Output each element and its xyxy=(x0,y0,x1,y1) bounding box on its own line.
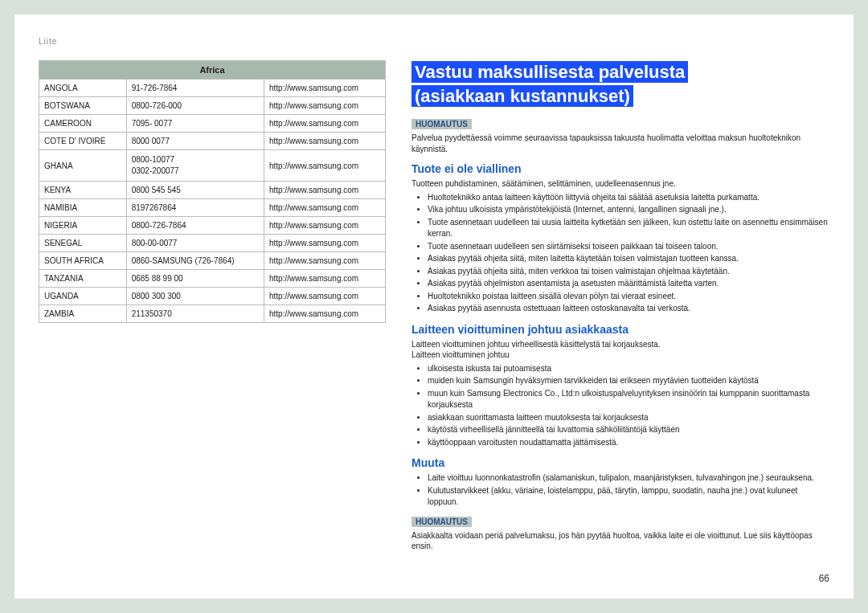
section2-bullets: ulkoisesta iskusta tai putoamisestamuide… xyxy=(411,363,829,449)
table-body: ANGOLA91-726-7864http://www.samsung.comB… xyxy=(39,80,386,323)
table-row: NAMIBIA8197267864http://www.samsung.com xyxy=(39,199,386,217)
country-cell: GHANA xyxy=(39,150,127,182)
list-item: Tuote asennetaan uudelleen sen siirtämis… xyxy=(428,241,829,253)
list-item: Huoltoteknikko antaa laitteen käyttöön l… xyxy=(428,192,829,204)
notice-badge-2: HUOMAUTUS xyxy=(411,517,472,527)
list-item: asiakkaan suorittamasta laitteen muutoks… xyxy=(428,412,829,424)
section1-bullets: Huoltoteknikko antaa laitteen käyttöön l… xyxy=(411,192,829,315)
right-column: Vastuu maksullisesta palvelusta (asiakka… xyxy=(411,60,829,558)
phone-cell: 0800-726-000 xyxy=(126,97,264,115)
list-item: muun kuin Samsung Electronics Co., Ltd:n… xyxy=(428,388,829,411)
table-row: COTE D' IVOIRE8000 0077http://www.samsun… xyxy=(39,133,386,150)
url-cell: http://www.samsung.com xyxy=(264,305,385,323)
country-cell: COTE D' IVOIRE xyxy=(39,133,127,150)
country-cell: KENYA xyxy=(39,182,127,199)
table-row: TANZANIA0685 88 99 00http://www.samsung.… xyxy=(39,270,386,288)
left-column: Africa ANGOLA91-726-7864http://www.samsu… xyxy=(39,60,386,558)
table-header: Africa xyxy=(39,61,386,80)
list-item: ulkoisesta iskusta tai putoamisesta xyxy=(428,363,829,375)
table-row: BOTSWANA0800-726-000http://www.samsung.c… xyxy=(39,97,386,115)
breadcrumb: Liite xyxy=(39,37,829,46)
section1-intro: Tuotteen puhdistaminen, säätäminen, seli… xyxy=(411,178,829,190)
section3-bullets: Laite vioittuu luonnonkatastrofin (salam… xyxy=(411,472,829,509)
phone-cell: 7095- 0077 xyxy=(126,115,264,133)
country-cell: SOUTH AFRICA xyxy=(39,252,127,270)
country-cell: SENEGAL xyxy=(39,235,127,252)
notice1-text: Palvelua pyydettäessä voimme seuraavissa… xyxy=(411,133,829,154)
url-cell: http://www.samsung.com xyxy=(264,182,385,199)
section2-intro1: Laitteen vioittuminen johtuu virheellise… xyxy=(411,339,829,350)
url-cell: http://www.samsung.com xyxy=(264,288,385,305)
phone-cell: 0800-726-7864 xyxy=(126,217,264,235)
list-item: Huoltoteknikko poistaa laitteen sisällä … xyxy=(428,291,829,303)
phone-cell: 8197267864 xyxy=(126,199,264,217)
country-cell: UGANDA xyxy=(39,288,127,305)
phone-cell: 0860-SAMSUNG (726-7864) xyxy=(126,252,264,270)
list-item: muiden kuin Samsungin hyväksymien tarvik… xyxy=(428,375,829,387)
section2-heading: Laitteen vioittuminen johtuu asiakkaasta xyxy=(411,323,829,336)
url-cell: http://www.samsung.com xyxy=(264,252,385,270)
table-row: KENYA0800 545 545http://www.samsung.com xyxy=(39,182,386,199)
title-line2: (asiakkaan kustannukset) xyxy=(411,85,633,107)
country-cell: ZAMBIA xyxy=(39,305,127,323)
table-row: ZAMBIA211350370http://www.samsung.com xyxy=(39,305,386,323)
document-page: Liite Africa ANGOLA91-726-7864http://www… xyxy=(14,14,854,599)
title-line1: Vastuu maksullisesta palvelusta xyxy=(411,61,688,83)
list-item: käytöstä virheellisellä jännitteellä tai… xyxy=(428,424,829,436)
country-cell: NIGERIA xyxy=(39,217,127,235)
notice-badge-1: HUOMAUTUS xyxy=(411,119,472,129)
url-cell: http://www.samsung.com xyxy=(264,115,385,133)
table-row: CAMEROON7095- 0077http://www.samsung.com xyxy=(39,115,386,133)
country-cell: TANZANIA xyxy=(39,270,127,288)
url-cell: http://www.samsung.com xyxy=(264,150,385,182)
list-item: Laite vioittuu luonnonkatastrofin (salam… xyxy=(428,472,829,484)
section3-heading: Muuta xyxy=(411,456,829,469)
main-title: Vastuu maksullisesta palvelusta (asiakka… xyxy=(411,60,829,108)
phone-cell: 0800 545 545 xyxy=(126,182,264,199)
section2-intro2: Laitteen vioittuminen johtuu xyxy=(411,349,829,361)
phone-cell: 8000 0077 xyxy=(126,133,264,150)
country-cell: NAMIBIA xyxy=(39,199,127,217)
phone-cell: 0800 300 300 xyxy=(126,288,264,305)
country-cell: CAMEROON xyxy=(39,115,127,133)
section1-heading: Tuote ei ole viallinen xyxy=(411,162,829,175)
africa-table: Africa ANGOLA91-726-7864http://www.samsu… xyxy=(39,60,386,323)
url-cell: http://www.samsung.com xyxy=(264,97,385,115)
phone-cell: 800-00-0077 xyxy=(126,235,264,252)
phone-cell: 91-726-7864 xyxy=(126,80,264,97)
table-row: GHANA0800-100770302-200077http://www.sam… xyxy=(39,150,386,182)
country-cell: BOTSWANA xyxy=(39,97,127,115)
url-cell: http://www.samsung.com xyxy=(264,199,385,217)
list-item: Vika johtuu ulkoisista ympäristötekijöis… xyxy=(428,204,829,216)
table-row: SENEGAL800-00-0077http://www.samsung.com xyxy=(39,235,386,252)
url-cell: http://www.samsung.com xyxy=(264,80,385,97)
table-row: SOUTH AFRICA0860-SAMSUNG (726-7864)http:… xyxy=(39,252,386,270)
list-item: Asiakas pyytää asennusta ostettuaan lait… xyxy=(428,303,829,315)
table-row: ANGOLA91-726-7864http://www.samsung.com xyxy=(39,80,386,97)
table-row: NIGERIA0800-726-7864http://www.samsung.c… xyxy=(39,217,386,235)
phone-cell: 0685 88 99 00 xyxy=(126,270,264,288)
phone-cell: 0800-100770302-200077 xyxy=(126,150,264,182)
country-cell: ANGOLA xyxy=(39,80,127,97)
list-item: Tuote asennetaan uudelleen tai uusia lai… xyxy=(428,217,829,240)
content-area: Africa ANGOLA91-726-7864http://www.samsu… xyxy=(39,60,829,558)
list-item: Asiakas pyytää ohjeita siitä, miten lait… xyxy=(428,253,829,265)
url-cell: http://www.samsung.com xyxy=(264,217,385,235)
url-cell: http://www.samsung.com xyxy=(264,235,385,252)
list-item: Kulutustarvikkeet (akku, väriaine, loist… xyxy=(428,485,829,509)
url-cell: http://www.samsung.com xyxy=(264,133,385,150)
list-item: käyttöoppaan varoitusten noudattamatta j… xyxy=(428,437,829,449)
notice2-text: Asiakkaalta voidaan periä palvelumaksu, … xyxy=(411,530,829,552)
list-item: Asiakas pyytää ohjelmiston asentamista j… xyxy=(428,278,829,290)
page-number: 66 xyxy=(819,573,829,584)
url-cell: http://www.samsung.com xyxy=(264,270,385,288)
list-item: Asiakas pyytää ohjeita siitä, miten verk… xyxy=(428,266,829,278)
table-row: UGANDA0800 300 300http://www.samsung.com xyxy=(39,288,386,305)
phone-cell: 211350370 xyxy=(126,305,264,323)
